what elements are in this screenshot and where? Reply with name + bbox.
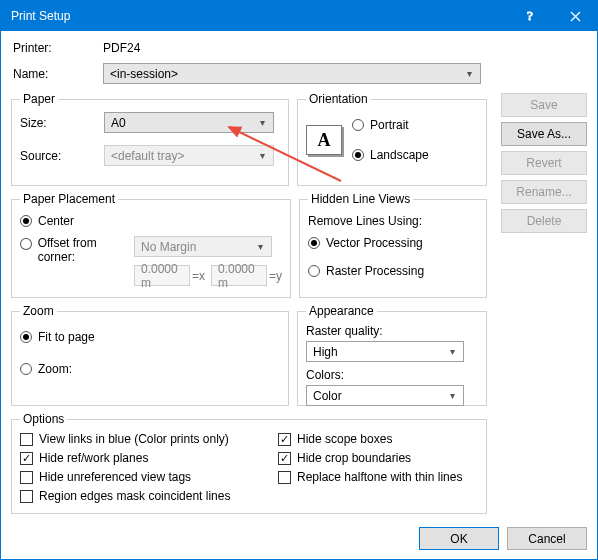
margin-select: No Margin ▾ — [134, 236, 272, 257]
offset-x-input: 0.0000 m — [134, 265, 190, 286]
hidden-group: Hidden Line Views Remove Lines Using: Ve… — [299, 192, 487, 298]
delete-button[interactable]: Delete — [501, 209, 587, 233]
chevron-down-icon: ▾ — [253, 241, 267, 252]
fit-radio[interactable]: Fit to page — [20, 330, 280, 344]
hide-ref-check[interactable]: Hide ref/work planes — [20, 451, 278, 465]
name-select[interactable]: <in-session> ▾ — [103, 63, 481, 84]
placement-group: Paper Placement Center Offset from corne… — [11, 192, 291, 298]
size-select[interactable]: A0 ▾ — [104, 112, 274, 133]
appearance-legend: Appearance — [306, 304, 377, 318]
raster-quality-select[interactable]: High ▾ — [306, 341, 464, 362]
bottom-buttons: OK Cancel — [419, 527, 587, 550]
print-setup-dialog: Print Setup ? Printer: PDF24 Name: <in-s… — [0, 0, 598, 560]
size-label: Size: — [20, 116, 104, 130]
paper-group: Paper Size: A0 ▾ Source: <default tray> … — [11, 92, 289, 186]
name-label: Name: — [13, 67, 103, 81]
save-as-button[interactable]: Save As... — [501, 122, 587, 146]
vector-radio[interactable]: Vector Processing — [308, 236, 478, 250]
name-value: <in-session> — [110, 67, 178, 81]
hide-unref-check[interactable]: Hide unreferenced view tags — [20, 470, 278, 484]
raster-quality-label: Raster quality: — [306, 324, 478, 338]
options-group: Options View links in blue (Color prints… — [11, 412, 487, 514]
appearance-group: Appearance Raster quality: High ▾ Colors… — [297, 304, 487, 406]
side-buttons: Save Save As... Revert Rename... Delete — [501, 93, 587, 233]
window-title: Print Setup — [11, 9, 509, 23]
offset-y-input: 0.0000 m — [211, 265, 267, 286]
chevron-down-icon: ▾ — [445, 346, 459, 357]
chevron-down-icon: ▾ — [255, 117, 269, 128]
options-legend: Options — [20, 412, 67, 426]
hide-crop-check[interactable]: Hide crop boundaries — [278, 451, 478, 465]
placement-legend: Paper Placement — [20, 192, 118, 206]
view-links-check[interactable]: View links in blue (Color prints only) — [20, 432, 278, 446]
zoom-group: Zoom Fit to page Zoom: — [11, 304, 289, 406]
orientation-legend: Orientation — [306, 92, 371, 106]
hidden-legend: Hidden Line Views — [308, 192, 413, 206]
printer-row: Printer: PDF24 — [13, 41, 587, 55]
save-button[interactable]: Save — [501, 93, 587, 117]
y-suffix: =y — [269, 269, 282, 283]
zoom-radio[interactable]: Zoom: — [20, 362, 280, 376]
paper-legend: Paper — [20, 92, 58, 106]
hide-scope-check[interactable]: Hide scope boxes — [278, 432, 478, 446]
colors-select[interactable]: Color ▾ — [306, 385, 464, 406]
orientation-icon: A — [306, 125, 342, 155]
size-value: A0 — [111, 116, 126, 130]
orientation-group: Orientation A Portrait Landscape — [297, 92, 487, 186]
offset-radio[interactable]: Offset from corner: — [20, 236, 134, 264]
colors-label: Colors: — [306, 368, 478, 382]
source-value: <default tray> — [111, 149, 184, 163]
center-radio[interactable]: Center — [20, 214, 282, 228]
region-edges-check[interactable]: Region edges mask coincident lines — [20, 489, 278, 503]
printer-label: Printer: — [13, 41, 103, 55]
help-button[interactable]: ? — [509, 1, 553, 31]
svg-text:?: ? — [527, 9, 533, 23]
titlebar: Print Setup ? — [1, 1, 597, 31]
close-button[interactable] — [553, 1, 597, 31]
portrait-radio[interactable]: Portrait — [352, 118, 429, 132]
zoom-legend: Zoom — [20, 304, 57, 318]
landscape-radio[interactable]: Landscape — [352, 148, 429, 162]
chevron-down-icon: ▾ — [462, 68, 476, 79]
source-select: <default tray> ▾ — [104, 145, 274, 166]
source-label: Source: — [20, 149, 104, 163]
margin-value: No Margin — [141, 240, 196, 254]
cancel-button[interactable]: Cancel — [507, 527, 587, 550]
window-controls: ? — [509, 1, 597, 31]
printer-value: PDF24 — [103, 41, 140, 55]
replace-halftone-check[interactable]: Replace halftone with thin lines — [278, 470, 478, 484]
chevron-down-icon: ▾ — [445, 390, 459, 401]
rename-button[interactable]: Rename... — [501, 180, 587, 204]
name-row: Name: <in-session> ▾ — [13, 63, 587, 84]
ok-button[interactable]: OK — [419, 527, 499, 550]
hidden-sub: Remove Lines Using: — [308, 214, 478, 228]
chevron-down-icon: ▾ — [255, 150, 269, 161]
revert-button[interactable]: Revert — [501, 151, 587, 175]
raster-radio[interactable]: Raster Processing — [308, 264, 478, 278]
x-suffix: =x — [192, 269, 205, 283]
